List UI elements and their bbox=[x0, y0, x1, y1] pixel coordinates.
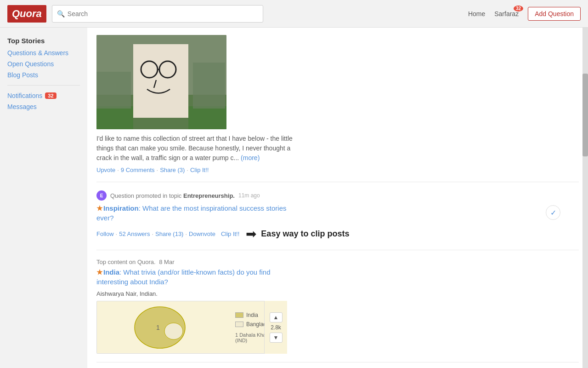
promoted-label: Question promoted in topic Entrepreneurs… bbox=[110, 192, 235, 199]
sidebar-divider bbox=[7, 85, 80, 86]
india-star-icon: ★ bbox=[96, 268, 102, 276]
post-date: 8 Mar bbox=[159, 259, 174, 265]
street-art-image bbox=[96, 35, 226, 129]
post-street-art: I'd like to name this collection of stre… bbox=[96, 35, 579, 182]
arrow-icon: ➡ bbox=[246, 226, 256, 242]
svg-rect-10 bbox=[193, 63, 225, 109]
star-icon: ★ bbox=[96, 204, 102, 212]
sidebar-item-questions-answers[interactable]: Questions & Answers bbox=[7, 49, 80, 57]
answers-link[interactable]: 52 Answers bbox=[119, 230, 150, 237]
content-area: I'd like to name this collection of stre… bbox=[87, 28, 588, 368]
post-more-link[interactable]: (more) bbox=[241, 154, 260, 161]
scrollbar[interactable] bbox=[582, 28, 588, 368]
vote-count: 2.8k bbox=[271, 324, 281, 331]
post-description: I'd like to name this collection of stre… bbox=[96, 134, 303, 163]
add-question-button[interactable]: Add Question bbox=[528, 7, 581, 21]
top-content-header: Top content on Quora. 8 Mar bbox=[96, 259, 579, 265]
question-actions: Follow · 52 Answers · Share (13) · Downv… bbox=[96, 230, 239, 237]
header: Quora 🔍 Home Sarfaraz 32 Add Question bbox=[0, 0, 588, 28]
clip-tooltip-area: ➡ Easy way to clip posts bbox=[246, 226, 349, 242]
follow-link[interactable]: Follow bbox=[96, 230, 114, 237]
bangladesh-legend-box bbox=[235, 322, 243, 327]
clip-area: Follow · 52 Answers · Share (13) · Downv… bbox=[96, 226, 349, 242]
india-map-svg: 1 bbox=[119, 305, 210, 351]
main-layout: Top Stories Questions & Answers Open Que… bbox=[0, 28, 588, 368]
downvote-button[interactable]: ▼ bbox=[270, 333, 283, 343]
author-line: Aishwarya Nair, Indian. bbox=[96, 290, 579, 297]
share-link[interactable]: Share (3) bbox=[160, 167, 185, 173]
sidebar-notification-count: 32 bbox=[45, 92, 56, 99]
sidebar-section-title: Top Stories bbox=[7, 37, 80, 45]
upvote-link[interactable]: Upvote bbox=[96, 167, 115, 173]
india-question-link[interactable]: ★India: What trivia (and/or little-known… bbox=[96, 267, 289, 287]
clip-it-link[interactable]: Clip It!! bbox=[221, 230, 239, 237]
vote-widget: ▲ 2.8k ▼ bbox=[264, 301, 287, 354]
notification-badge: 32 bbox=[514, 6, 523, 12]
question-title-link[interactable]: ★Inspiration: What are the most inspirat… bbox=[96, 203, 289, 223]
sidebar-item-blog-posts[interactable]: Blog Posts bbox=[7, 71, 80, 79]
downvote-link[interactable]: Downvote bbox=[189, 230, 215, 237]
scrollbar-thumb[interactable] bbox=[582, 74, 588, 156]
promoted-avatar: E bbox=[96, 190, 107, 201]
sidebar-notifications-row: Notifications 32 bbox=[7, 92, 80, 99]
upvote-button[interactable]: ▲ bbox=[270, 312, 283, 322]
user-nav-link[interactable]: Sarfaraz 32 bbox=[494, 10, 519, 17]
svg-text:1: 1 bbox=[156, 324, 160, 331]
svg-rect-9 bbox=[96, 72, 131, 109]
svg-rect-2 bbox=[133, 44, 188, 118]
clip-button[interactable]: ✓ bbox=[546, 205, 560, 220]
india-map-card: 1 India Bangladesh 1 Dahala Khagrabari (… bbox=[96, 301, 287, 354]
india-label: India bbox=[246, 312, 258, 318]
sidebar: Top Stories Questions & Answers Open Que… bbox=[0, 28, 87, 368]
share-link-q[interactable]: Share (13) bbox=[155, 230, 183, 237]
comments-link[interactable]: 9 Comments bbox=[121, 167, 155, 173]
user-name: Sarfaraz bbox=[494, 10, 519, 17]
svg-rect-7 bbox=[96, 106, 133, 129]
post-entrepreneurship: E Question promoted in topic Entrepreneu… bbox=[96, 190, 579, 250]
post-actions: Upvote · 9 Comments · Share (3) · Clip I… bbox=[96, 167, 579, 173]
post-image bbox=[96, 35, 226, 129]
search-box: 🔍 bbox=[52, 5, 263, 23]
sidebar-item-messages[interactable]: Messages bbox=[7, 103, 80, 110]
india-map-area: 1 bbox=[97, 301, 232, 353]
search-input[interactable] bbox=[68, 10, 258, 17]
time-label: 11m ago bbox=[238, 192, 260, 199]
clip-link[interactable]: Clip It!! bbox=[190, 167, 209, 173]
quora-logo[interactable]: Quora bbox=[7, 5, 46, 23]
promoted-header: E Question promoted in topic Entrepreneu… bbox=[96, 190, 579, 201]
search-icon: 🔍 bbox=[57, 10, 65, 17]
sidebar-item-notifications[interactable]: Notifications bbox=[7, 92, 42, 99]
sidebar-item-open-questions[interactable]: Open Questions bbox=[7, 60, 80, 68]
clip-tooltip-text: Easy way to clip posts bbox=[261, 229, 349, 239]
home-nav-link[interactable]: Home bbox=[468, 10, 485, 17]
svg-point-12 bbox=[164, 323, 183, 339]
header-right: Home Sarfaraz 32 Add Question bbox=[468, 7, 581, 21]
svg-rect-8 bbox=[188, 106, 226, 129]
india-legend-box bbox=[235, 312, 243, 318]
post-india: Top content on Quora. 8 Mar ★India: What… bbox=[96, 259, 579, 362]
